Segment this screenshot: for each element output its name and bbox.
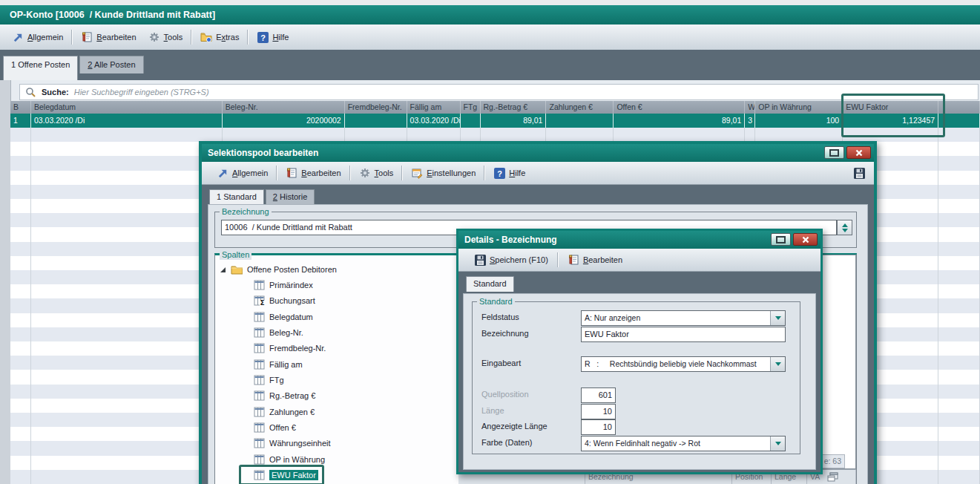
cell-empty <box>31 284 223 298</box>
toolbar-button-bearbeiten[interactable]: Bearbeiten <box>561 251 629 269</box>
cell-empty <box>31 456 223 470</box>
cell-empty <box>407 128 461 142</box>
tree-item-rg-betrag[interactable]: Rg.-Betrag € <box>253 389 315 402</box>
menu-item-label: Extras <box>216 33 239 42</box>
tree-item-offen[interactable]: Offen € <box>253 421 296 434</box>
column-icon <box>253 374 265 386</box>
input-angezeigte-länge[interactable]: 10 <box>581 419 616 435</box>
settings-icon <box>411 167 423 179</box>
menu-item-hilfe[interactable]: ?Hilfe <box>487 166 531 180</box>
cell-empty <box>938 356 980 370</box>
minimize-icon <box>776 236 786 243</box>
cell-empty <box>10 227 31 241</box>
cell-empty <box>10 399 31 413</box>
input-bezeichnung[interactable]: EWU Faktor <box>581 327 786 342</box>
tree-item-op-in-währung[interactable]: OP in Währung <box>253 453 325 466</box>
tree-expanded-icon[interactable] <box>220 264 226 275</box>
tree-item-fällig-am[interactable]: Fällig am <box>253 358 303 371</box>
main-tabs: 1 Offene Posten2 Alle Posten <box>3 56 145 80</box>
details-dialog: Details - Bezeichnung Speichern (F10)Bea… <box>456 229 823 474</box>
cell-empty <box>31 385 223 399</box>
tree-item-label: Buchungsart <box>269 296 315 305</box>
combo-dropdown-button[interactable] <box>770 436 785 451</box>
cell-empty <box>31 270 223 284</box>
spinner-down-icon <box>842 229 848 232</box>
tab-standard[interactable]: Standard <box>466 276 514 292</box>
cell-empty <box>938 341 980 356</box>
minimize-button[interactable] <box>824 146 844 159</box>
tree-item-buchungsart[interactable]: ΣBuchungsart <box>253 294 315 307</box>
menu-item-bearbeiten[interactable]: Bearbeiten <box>75 30 142 45</box>
input-quellposition[interactable]: 601 <box>581 387 616 403</box>
details-dialog-title: Details - Bezeichnung <box>464 235 557 245</box>
menu-item-tools[interactable]: Tools <box>142 30 189 45</box>
menu-item-extras[interactable]: Extras <box>194 30 245 45</box>
tab-1-offene-posten[interactable]: 1 Offene Posten <box>3 56 78 80</box>
column-header-zahlungen[interactable]: Zahlungen € <box>546 101 614 114</box>
minimize-button[interactable] <box>771 233 791 246</box>
tree-item-beleg-nr[interactable]: Beleg-Nr. <box>253 326 303 339</box>
cell-empty <box>223 128 345 142</box>
tree-item-primärindex[interactable]: Primärindex <box>253 278 313 292</box>
tree-item-ftg[interactable]: FTg <box>253 373 284 387</box>
details-dialog-titlebar[interactable]: Details - Bezeichnung <box>458 231 820 249</box>
cell-empty <box>31 370 223 384</box>
column-header-rg-betrag[interactable]: Rg.-Betrag € <box>481 101 547 114</box>
tree-item-belegdatum[interactable]: Belegdatum <box>253 310 313 324</box>
search-bar[interactable]: Suche: Hier Suchbegriff eingeben (STRG+S… <box>19 84 979 100</box>
selektionspool-dialog-titlebar[interactable]: Selektionspool bearbeiten <box>202 144 874 162</box>
save-icon[interactable] <box>853 167 865 179</box>
combo-eingabeart[interactable]: R : Rechtsbündig beliebig viele Nachkomm… <box>581 356 786 372</box>
cell-fällig-am: 03.03.2020 /Di <box>407 114 461 128</box>
tree-item-label: Primärindex <box>269 281 313 290</box>
column-icon <box>253 390 265 402</box>
tab-1-standard[interactable]: 1 Standard <box>209 189 264 205</box>
combo-dropdown-button[interactable] <box>770 357 785 371</box>
column-header-b[interactable]: B <box>10 101 31 114</box>
tree-item-währungseinheit[interactable]: Währungseinheit <box>253 436 331 450</box>
input-länge[interactable]: 10 <box>581 404 616 419</box>
table-row[interactable] <box>10 128 980 142</box>
cell-empty <box>10 470 31 484</box>
combo-feldstatus[interactable]: A: Nur anzeigen <box>581 310 786 326</box>
toolbar-button-speichern-f10[interactable]: Speichern (F10) <box>467 251 555 269</box>
details-panel: Standard FeldstatusA: Nur anzeigenBezeic… <box>463 293 816 470</box>
menu-item-bearbeiten[interactable]: Bearbeiten <box>280 166 346 180</box>
cell-empty <box>10 298 31 313</box>
cell-empty <box>10 370 31 384</box>
table-row-selected[interactable]: 103.03.2020 /Di2020000203.03.2020 /Di89,… <box>10 114 980 128</box>
tab-2-historie[interactable]: 2 Historie <box>266 189 315 204</box>
menu-item-einstellungen[interactable]: Einstellungen <box>405 166 481 180</box>
column-header-belegdatum[interactable]: Belegdatum <box>31 101 223 114</box>
combo-dropdown-button[interactable] <box>770 311 785 325</box>
column-header-fällig-am[interactable]: Fällig am <box>407 101 461 114</box>
tree-item-label: FTg <box>269 376 284 385</box>
column-icon <box>253 327 265 339</box>
tree-item-fremdbeleg-nr[interactable]: Fremdbeleg-Nr. <box>253 341 326 355</box>
column-header-fremdbeleg-nr[interactable]: Fremdbeleg-Nr. <box>345 101 407 114</box>
column-header-offen[interactable]: Offen € <box>614 101 745 114</box>
chevron-down-icon <box>775 442 781 445</box>
save-icon <box>474 254 486 266</box>
menu-item-allgemein[interactable]: Allgemein <box>6 30 69 45</box>
menu-item-hilfe[interactable]: ?Hilfe <box>251 30 295 45</box>
column-header-ftg[interactable]: FTg <box>461 101 481 114</box>
close-button[interactable] <box>793 233 818 246</box>
tree-item-zahlungen[interactable]: Zahlungen € <box>253 405 315 419</box>
combo-farbe-daten[interactable]: 4: Wenn Feldinhalt negativ -> Rot <box>581 436 786 451</box>
grid-windows-icon[interactable] <box>827 472 838 482</box>
svg-text:Σ: Σ <box>260 299 264 306</box>
tree-root-offene-posten-debitoren[interactable]: Offene Posten Debitoren <box>220 263 337 276</box>
column-header-op-in-währung[interactable]: OP in Währung <box>755 101 843 114</box>
column-header-beleg-nr[interactable]: Beleg-Nr. <box>223 101 345 114</box>
close-button[interactable] <box>846 146 871 159</box>
bezeichnung-spinner[interactable] <box>837 220 852 235</box>
tab-2-alle-posten[interactable]: 2 Alle Posten <box>79 56 143 73</box>
column-header-w[interactable]: W <box>745 101 755 114</box>
cell-empty <box>31 142 223 156</box>
menu-item-tools[interactable]: Tools <box>353 166 400 180</box>
menu-item-allgemein[interactable]: Allgemein <box>211 166 274 180</box>
cell-empty <box>10 427 31 441</box>
cell-empty <box>31 399 223 413</box>
cell-empty <box>31 227 223 241</box>
